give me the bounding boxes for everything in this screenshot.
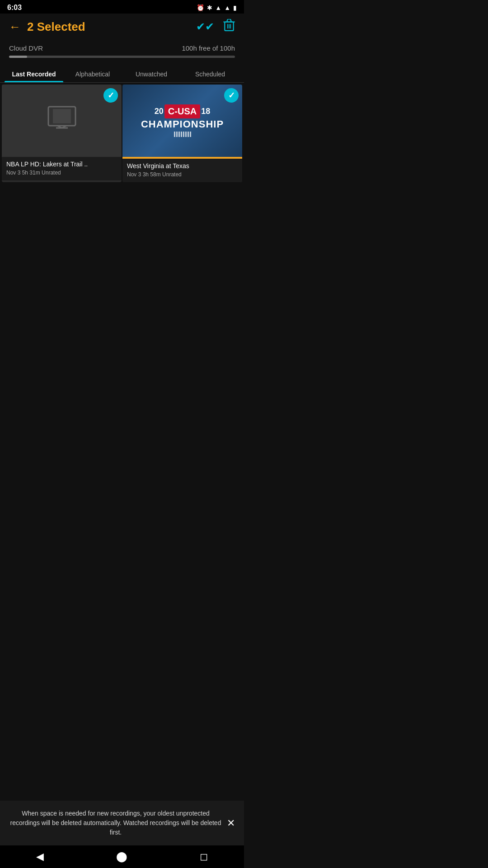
content-grid: ✓ NBA LP HD: Lakers at Trail .. Nov 3 5h… (0, 83, 244, 184)
header: ← 2 Selected ✔✔ (0, 14, 244, 40)
card-thumbnail-1: 20 C-USA 18 CHAMPIONSHIP (122, 85, 242, 157)
selected-title: 2 Selected (27, 20, 85, 34)
check-circle-1[interactable]: ✓ (224, 88, 239, 103)
card-info-1: West Virginia at Texas Nov 3 3h 58m Unra… (122, 159, 242, 182)
status-time: 6:03 (7, 4, 22, 12)
recording-card-1[interactable]: 20 C-USA 18 CHAMPIONSHIP (122, 85, 242, 182)
status-bar: 6:03 ⏰ ✱ ▲ ▲ ▮ (0, 0, 244, 14)
card-title-1: West Virginia at Texas (127, 162, 238, 170)
status-icons: ⏰ ✱ ▲ ▲ ▮ (197, 4, 237, 11)
dvr-progress-bar (9, 56, 235, 58)
alarm-icon: ⏰ (197, 4, 204, 11)
card-title-0: NBA LP HD: Lakers at Trail .. (6, 160, 117, 168)
tv-icon (46, 104, 78, 137)
check-circle-0[interactable]: ✓ (103, 88, 118, 103)
svg-rect-2 (53, 109, 71, 123)
dvr-progress-fill (9, 56, 27, 58)
card-meta-1: Nov 3 3h 58m Unrated (127, 171, 238, 178)
check-mark-0: ✓ (108, 90, 114, 100)
champ-main: 20 C-USA 18 (155, 104, 210, 118)
tab-alphabetical[interactable]: Alphabetical (63, 64, 122, 82)
header-left: ← 2 Selected (9, 20, 85, 34)
check-mark-1: ✓ (228, 90, 235, 100)
header-right: ✔✔ (196, 19, 235, 34)
delete-button[interactable] (223, 19, 235, 34)
tab-scheduled[interactable]: Scheduled (181, 64, 239, 82)
bluetooth-icon: ✱ (207, 4, 212, 11)
dvr-section: Cloud DVR 100h free of 100h (0, 40, 244, 64)
card-info-0: NBA LP HD: Lakers at Trail .. Nov 3 5h 3… (2, 157, 122, 180)
signal-icon: ▲ (224, 4, 230, 11)
card-meta-0: Nov 3 5h 31m Unrated (6, 170, 117, 176)
dvr-row: Cloud DVR 100h free of 100h (9, 44, 235, 52)
dvr-label: Cloud DVR (9, 44, 43, 52)
battery-icon: ▮ (233, 4, 237, 11)
tabs: Last Recorded Alphabetical Unwatched Sch… (0, 64, 244, 83)
tab-last-recorded[interactable]: Last Recorded (5, 64, 63, 82)
card-thumbnail-0: ✓ (2, 85, 122, 157)
check-all-button[interactable]: ✔✔ (196, 20, 214, 33)
dvr-info: 100h free of 100h (182, 44, 235, 52)
back-button[interactable]: ← (9, 20, 21, 34)
tab-unwatched[interactable]: Unwatched (122, 64, 181, 82)
wifi-icon: ▲ (215, 4, 221, 11)
recording-card-0[interactable]: ✓ NBA LP HD: Lakers at Trail .. Nov 3 5h… (2, 85, 122, 182)
